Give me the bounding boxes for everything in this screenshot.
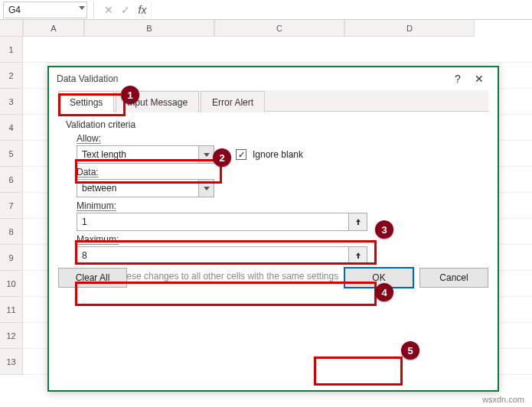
annotation-badge: 5 [401, 341, 419, 360]
row-header[interactable]: 1 [0, 37, 23, 63]
validation-criteria-group: Validation criteria Allow: Text length I… [58, 116, 488, 289]
cancel-formula-button[interactable]: ✕ [100, 4, 117, 16]
name-box-value: G4 [8, 5, 21, 15]
allow-dropdown[interactable]: Text length [77, 145, 214, 164]
chevron-down-icon[interactable] [79, 6, 85, 10]
enter-formula-button[interactable]: ✓ [117, 4, 134, 16]
name-box[interactable]: G4 [3, 2, 87, 18]
dialog-title: Data Validation [57, 73, 119, 84]
column-header[interactable]: B [84, 20, 214, 37]
row-header[interactable]: 7 [0, 193, 23, 219]
formula-bar: G4 ✕ ✓ fx [0, 0, 532, 20]
column-header[interactable]: C [214, 20, 344, 37]
row-header[interactable]: 10 [0, 271, 23, 297]
close-button[interactable]: ✕ [468, 68, 490, 90]
data-label: Data: [77, 167, 481, 177]
row-header[interactable]: 2 [0, 63, 23, 89]
clear-all-button[interactable]: Clear All [58, 268, 127, 288]
row-header[interactable]: 6 [0, 167, 23, 193]
ignore-blank-checkbox[interactable] [236, 149, 246, 160]
maximum-label: Maximum: [77, 234, 481, 245]
select-all-corner[interactable] [0, 20, 23, 37]
row-header[interactable]: 5 [0, 141, 23, 167]
column-header[interactable]: A [23, 20, 84, 37]
row-headers: 1 2 3 4 5 6 7 8 9 10 11 12 13 [0, 20, 23, 407]
row-header[interactable]: 8 [0, 219, 23, 245]
ok-button[interactable]: OK [344, 268, 413, 288]
dialog-titlebar[interactable]: Data Validation ? ✕ [49, 67, 498, 90]
allow-label: Allow: [77, 133, 481, 144]
row-header[interactable]: 11 [0, 297, 23, 323]
row-header[interactable]: 13 [0, 349, 23, 375]
row-header[interactable]: 3 [0, 89, 23, 115]
maximum-input[interactable]: 8 [77, 246, 349, 265]
allow-value: Text length [82, 149, 126, 160]
criteria-label: Validation criteria [66, 119, 481, 130]
chevron-down-icon[interactable] [198, 146, 214, 163]
column-headers: A B C D [23, 20, 532, 37]
cancel-button[interactable]: Cancel [419, 268, 488, 288]
dialog-footer: Clear All OK Cancel [58, 268, 488, 288]
formula-input[interactable] [151, 2, 532, 18]
collapse-dialog-icon[interactable] [349, 246, 367, 265]
dialog-tabs: Settings Input Message Error Alert [58, 90, 488, 112]
chevron-down-icon[interactable] [198, 180, 214, 197]
tab-error-alert[interactable]: Error Alert [201, 91, 265, 112]
minimum-input[interactable]: 1 [77, 213, 349, 231]
data-value: between [82, 183, 116, 194]
annotation-box [314, 357, 403, 386]
tab-settings[interactable]: Settings [58, 91, 114, 112]
insert-function-button[interactable]: fx [134, 4, 151, 16]
divider [93, 2, 94, 18]
row-header[interactable]: 9 [0, 245, 23, 271]
ignore-blank-label: Ignore blank [253, 149, 303, 160]
tab-input-message[interactable]: Input Message [116, 91, 199, 112]
data-validation-dialog: Data Validation ? ✕ Settings Input Messa… [47, 66, 499, 392]
minimum-label: Minimum: [77, 200, 481, 211]
data-dropdown[interactable]: between [77, 179, 214, 197]
help-button[interactable]: ? [447, 68, 468, 90]
row-header[interactable]: 4 [0, 115, 23, 141]
column-header[interactable]: D [344, 20, 475, 37]
collapse-dialog-icon[interactable] [349, 213, 367, 231]
row-header[interactable]: 12 [0, 323, 23, 349]
